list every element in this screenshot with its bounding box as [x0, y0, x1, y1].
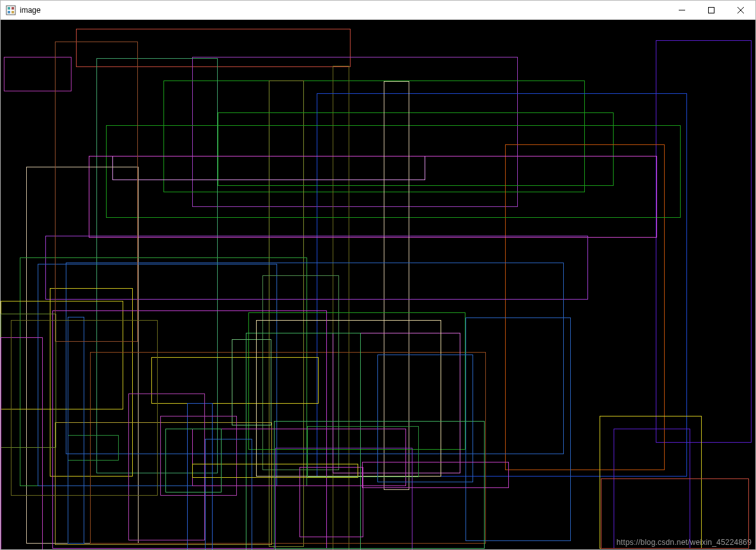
rectangle [274, 421, 485, 549]
svg-rect-4 [11, 11, 14, 13]
rectangle [55, 42, 138, 342]
svg-rect-2 [11, 7, 14, 10]
svg-rect-1 [8, 7, 10, 10]
window-controls [667, 1, 755, 19]
rectangle [601, 478, 749, 549]
svg-rect-6 [709, 7, 714, 13]
svg-rect-3 [8, 11, 10, 13]
window-title: image [20, 6, 667, 15]
image-viewport: https://blog.csdn.net/weixin_45224869 [1, 20, 755, 549]
app-window: image https://blog.csdn.net/weixin_45224… [0, 0, 756, 550]
rectangle [11, 320, 158, 496]
rectangle [89, 156, 657, 238]
app-icon [6, 5, 16, 15]
close-button[interactable] [726, 1, 755, 19]
maximize-button[interactable] [697, 1, 726, 19]
rectangle [165, 429, 222, 493]
minimize-button[interactable] [667, 1, 697, 19]
titlebar[interactable]: image [1, 1, 755, 20]
